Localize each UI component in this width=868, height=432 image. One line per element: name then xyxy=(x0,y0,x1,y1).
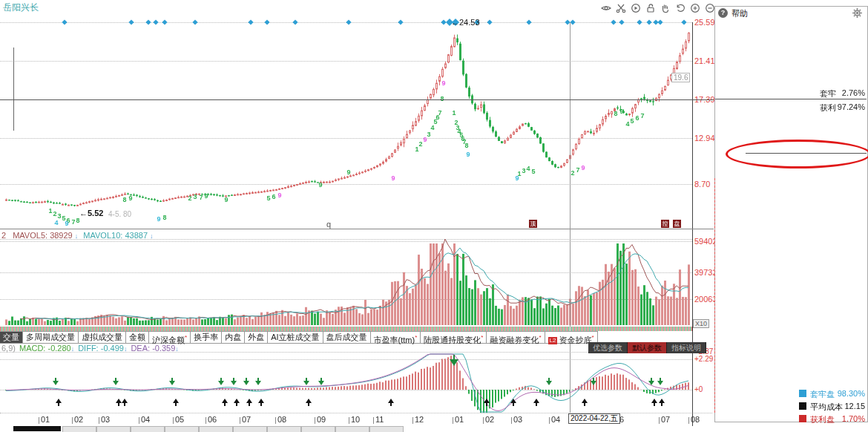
tab-金额[interactable]: 金额 xyxy=(125,331,149,344)
date-tick: 01 xyxy=(453,415,464,424)
tab-外盘[interactable]: 外盘 xyxy=(244,331,268,344)
signal-badge: 顶 xyxy=(529,220,537,228)
new-indicator-star: * xyxy=(185,334,187,341)
signal-badge: 盘 xyxy=(673,220,681,228)
l2-badge: L2 xyxy=(548,337,558,344)
new-indicator-star: * xyxy=(591,334,594,341)
mavol5-value: 38929 xyxy=(50,231,73,240)
tab-AI立桩成交量[interactable]: AI立桩成交量 xyxy=(267,331,323,344)
date-tick: 10 xyxy=(349,415,360,424)
gear-icon[interactable] xyxy=(852,7,863,19)
peak-price-annotation: ←24.53 xyxy=(451,18,480,27)
tab-虚拟成交量[interactable]: 虚拟成交量 xyxy=(78,331,126,344)
tab-交量[interactable]: 交量 xyxy=(0,331,23,344)
indicator-tabbar: 交量多周期成交量虚拟成交量金额沪深金额*换手率内盘外盘AI立桩成交量盘后成交量市… xyxy=(0,331,598,344)
date-tick: 02 xyxy=(72,415,83,424)
tab-市盈率(ttm)[interactable]: 市盈率(ttm)* xyxy=(370,331,421,344)
profit-value: 97.24% xyxy=(838,102,865,111)
date-tick: 08 xyxy=(688,415,700,424)
bottom-cell xyxy=(267,426,301,432)
date-tick: 02 xyxy=(483,415,494,424)
profit-label: 获利 xyxy=(820,102,836,114)
mavol10-value: 43887 xyxy=(125,231,148,240)
date-tick: 04 xyxy=(549,415,560,424)
new-indicator-star: * xyxy=(481,334,483,341)
legend-label: 平均成本 xyxy=(810,402,843,413)
macd-btn-默认参数[interactable]: 默认参数 xyxy=(628,342,667,353)
bottom-cell xyxy=(301,426,335,432)
new-indicator-star: * xyxy=(415,334,417,341)
bottom-cell xyxy=(199,426,233,432)
date-tick: 05 xyxy=(173,415,184,424)
trapped-label: 套牢 xyxy=(820,88,836,99)
volume-unit-label: X10 xyxy=(693,319,709,328)
date-tick: 03 xyxy=(99,415,110,424)
bottom-scroll-block[interactable] xyxy=(13,426,61,431)
bottom-cell xyxy=(369,426,404,432)
legend-label: 套牢盘 xyxy=(810,389,835,400)
bottom-cell xyxy=(96,426,131,432)
date-tick: 09 xyxy=(315,415,326,424)
macd-buttons: 优选参数默认参数指标说明 xyxy=(588,342,706,353)
legend-swatch xyxy=(799,402,806,410)
low-price-annotation: ←5.52 xyxy=(79,209,103,217)
tab-内盘[interactable]: 内盘 xyxy=(221,331,245,344)
down-arrow-icon: ↓ xyxy=(75,232,79,240)
date-tick: 04 xyxy=(139,415,150,424)
mavol10-label: MAVOL10: xyxy=(83,231,122,240)
bottom-cell xyxy=(131,426,165,432)
down-arrow-icon: ↓ xyxy=(124,345,128,353)
help-panel xyxy=(714,6,868,422)
tab-多周期成交量[interactable]: 多周期成交量 xyxy=(22,331,79,344)
date-tick: 12 xyxy=(412,415,424,424)
chip-red-dashed-axis xyxy=(714,178,715,413)
new-indicator-star: * xyxy=(539,334,541,341)
legend-value: 1.70% xyxy=(842,414,865,423)
legend-swatch xyxy=(799,415,806,422)
last-price-label: 19.6 xyxy=(671,73,690,82)
macd-item-label: DIFF: -0.499 xyxy=(78,344,124,353)
crosshair-date-box: 2022-04-22,五 xyxy=(568,413,620,424)
macd-item-label: DEA: -0.359 xyxy=(131,344,175,353)
date-tick: 01 xyxy=(39,415,50,424)
down-arrow-icon: ↓ xyxy=(150,232,154,240)
legend-value: 12.15 xyxy=(844,402,865,410)
date-tick: 08 xyxy=(275,415,286,424)
volume-header: 2 MAVOL5: 38929 ↓ MAVOL10: 43887 ↓ xyxy=(1,231,154,240)
low-range-watermark: 4-5. 80 xyxy=(108,210,131,218)
legend-label: 获利盘 xyxy=(810,414,835,425)
help-panel-title: 帮助 xyxy=(731,8,748,19)
macd-btn-优选参数[interactable]: 优选参数 xyxy=(588,342,628,353)
crosshair-vline xyxy=(570,22,571,413)
tab-盘后成交量[interactable]: 盘后成交量 xyxy=(323,331,371,344)
date-tick: 06 xyxy=(206,415,217,424)
tab-陆股通持股变化[interactable]: 陆股通持股变化* xyxy=(420,331,487,344)
tab-沪深金额[interactable]: 沪深金额* xyxy=(148,331,191,344)
tab-融资融券变化[interactable]: 融资融券变化* xyxy=(486,331,545,344)
date-tick: 03 xyxy=(511,415,522,424)
legend-swatch xyxy=(799,390,806,397)
down-arrow-icon: ↓ xyxy=(175,345,179,353)
bottom-cell xyxy=(335,426,369,432)
bottom-cell xyxy=(233,426,267,432)
trapped-value: 2.76% xyxy=(842,88,865,97)
signal-badge: 控 xyxy=(661,220,669,228)
date-tick: 07 xyxy=(659,415,670,424)
highlight-ellipse xyxy=(726,140,868,168)
date-tick: 07 xyxy=(240,415,251,424)
date-tick: 11 xyxy=(373,415,384,424)
stock-app-window: 岳阳兴长 25.5921.4117.3912.948.7059402397322… xyxy=(0,0,868,432)
macd-btn-指标说明[interactable]: 指标说明 xyxy=(667,342,706,353)
mavol5-label: MAVOL5: xyxy=(13,231,47,240)
macd-params-prefix: 6,9) xyxy=(1,344,16,353)
tab-换手率[interactable]: 换手率 xyxy=(190,331,222,344)
down-arrow-icon: ↓ xyxy=(71,345,75,353)
question-icon[interactable]: ? xyxy=(718,8,728,18)
q-marker: q xyxy=(326,220,331,229)
macd-header: 6,9)MACD: -0.280↓DIFF: -0.499↓DEA: -0.35… xyxy=(1,344,179,353)
macd-item-label: MACD: -0.280 xyxy=(19,344,71,353)
trapped-profit-divider xyxy=(715,99,867,99)
crosshair-hline xyxy=(0,99,714,100)
vol-prefix: 2 xyxy=(1,231,6,240)
bottom-cell xyxy=(165,426,199,432)
